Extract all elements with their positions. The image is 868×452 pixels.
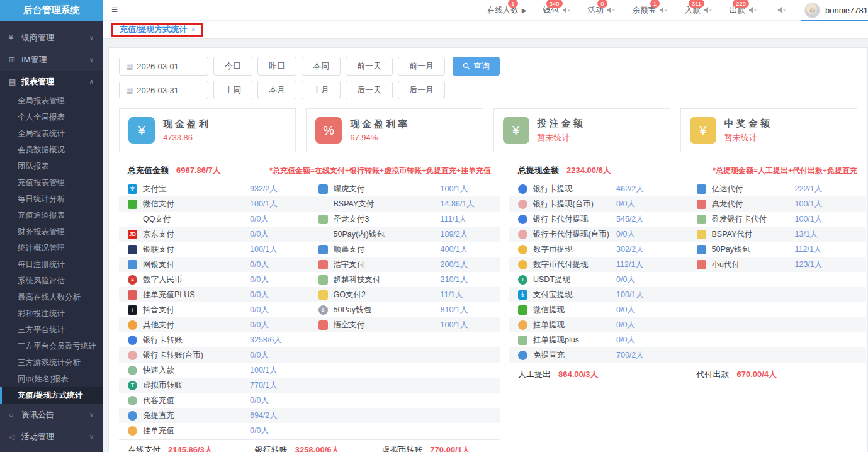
payment-method-value[interactable]: 200/1人 <box>441 259 468 270</box>
sidebar-section[interactable]: ⊞ IM管理 ∨ <box>0 48 103 71</box>
payment-method-value[interactable]: 0/0人 <box>250 350 269 361</box>
search-button[interactable]: 查询 <box>453 57 500 76</box>
payment-method-value[interactable]: 694/2人 <box>250 410 278 421</box>
payment-method-value[interactable]: 400/1人 <box>441 244 468 255</box>
payment-method-value[interactable]: 100/1人 <box>441 184 468 195</box>
date-from-input[interactable]: ▦ 2026-03-01 <box>119 57 208 76</box>
quick-range-button[interactable]: 后一天 <box>346 81 393 99</box>
payment-method-value[interactable]: 0/0人 <box>250 426 269 436</box>
play-icon[interactable]: ▶ <box>522 7 527 14</box>
payment-method-value[interactable]: 100/1人 <box>250 199 278 210</box>
sidebar-subitem[interactable]: 充值通道报表 <box>0 207 103 223</box>
quick-range-button[interactable]: 上月 <box>302 81 341 99</box>
payment-method-value[interactable]: 0/0人 <box>250 229 269 240</box>
payment-method-value[interactable]: 462/2人 <box>616 184 644 195</box>
payment-method-value[interactable]: 0/0人 <box>616 335 635 346</box>
payment-method-value[interactable]: 0/0人 <box>250 259 269 270</box>
payment-method-value[interactable]: 11/1人 <box>441 290 463 300</box>
quick-range-button[interactable]: 昨日 <box>257 57 296 76</box>
payment-method-value[interactable]: 111/1人 <box>441 214 467 225</box>
sidebar-subitem[interactable]: 团队报表 <box>0 158 103 174</box>
mute-speaker-icon[interactable]: × <box>704 6 713 14</box>
payment-method-value[interactable]: 100/1人 <box>795 214 823 225</box>
mute-speaker-icon[interactable]: × <box>607 6 616 14</box>
payment-method-value[interactable]: 0/0人 <box>250 274 269 285</box>
header-badge[interactable]: 0 活动 × <box>588 5 616 16</box>
header-badge[interactable]: 340 钱包 × <box>543 5 572 16</box>
sidebar-subitem[interactable]: 同ip(姓名)报表 <box>0 371 103 387</box>
quick-range-button[interactable]: 今日 <box>213 57 252 76</box>
header-badge[interactable]: 229 出款 × <box>730 5 758 16</box>
payment-method-value[interactable]: 0/0人 <box>250 305 269 315</box>
payment-method-value[interactable]: 0/0人 <box>616 305 635 315</box>
header-badge[interactable]: × <box>774 6 787 14</box>
sidebar-subitem[interactable]: 财务报表管理 <box>0 223 103 240</box>
sidebar-subitem[interactable]: 全局报表管理 <box>0 93 103 109</box>
mute-speaker-icon[interactable]: × <box>748 6 758 14</box>
sidebar-section[interactable]: ¥ 银商管理 ∨ <box>0 26 103 48</box>
payment-method-value[interactable]: 123/1人 <box>795 259 823 270</box>
sidebar-subitem[interactable]: 每日注册统计 <box>0 256 103 273</box>
payment-method-value[interactable]: 3258/6人 <box>250 335 282 346</box>
sidebar-section[interactable]: ○ 资讯公告 ∨ <box>0 404 103 426</box>
payment-method-value[interactable]: 0/0人 <box>616 199 635 210</box>
payment-method-value[interactable]: 189/2人 <box>441 229 468 240</box>
quick-range-button[interactable]: 前一天 <box>346 57 393 76</box>
mute-speaker-icon[interactable]: × <box>659 6 668 14</box>
sidebar-section[interactable]: ◁ 活动管理 ∨ <box>0 426 103 448</box>
sidebar-section-reports[interactable]: ▤ 报表管理 ∧ <box>0 71 103 93</box>
sidebar-subitem[interactable]: 充值报表管理 <box>0 174 103 191</box>
payment-method-value[interactable]: 932/2人 <box>250 184 278 195</box>
close-icon[interactable]: × <box>191 25 196 34</box>
payment-method-value[interactable]: 700/2人 <box>616 350 644 361</box>
payment-method-value[interactable]: 302/2人 <box>616 244 644 255</box>
sidebar-subitem[interactable]: 个人全局报表 <box>0 109 103 125</box>
avatar[interactable]: ☺ <box>804 3 820 18</box>
quick-range-button[interactable]: 上周 <box>213 81 252 99</box>
payment-method-value[interactable]: 0/0人 <box>250 214 269 225</box>
sidebar-subitem[interactable]: 三方游戏统计分析 <box>0 354 103 371</box>
payment-method-value[interactable]: 0/0人 <box>616 229 635 240</box>
quick-range-button[interactable]: 后一月 <box>398 81 445 99</box>
header-badge[interactable]: 1 在线人数 ▶ <box>487 5 527 16</box>
mute-speaker-icon[interactable]: × <box>562 6 572 14</box>
payment-method-value[interactable]: 810/1人 <box>441 305 468 315</box>
sidebar-subitem[interactable]: 全局报表统计 <box>0 125 103 142</box>
sidebar-subitem[interactable]: 充值/提现方式统计 <box>0 387 103 404</box>
payment-method-value[interactable]: 210/1人 <box>441 274 468 285</box>
payment-method-value[interactable]: 100/1人 <box>795 199 823 210</box>
sidebar-subitem[interactable]: 会员数据概况 <box>0 142 103 158</box>
sidebar-subitem[interactable]: 统计概况管理 <box>0 240 103 256</box>
payment-method-value[interactable]: 770/1人 <box>250 380 278 391</box>
quick-range-button[interactable]: 前一月 <box>398 57 445 76</box>
tab-recharge-withdraw-stats[interactable]: 充值/提现方式统计 × <box>120 24 196 35</box>
payment-method-value[interactable]: 0/0人 <box>250 395 269 406</box>
payment-method-value[interactable]: 0/0人 <box>616 274 635 285</box>
payment-method-value[interactable]: 0/0人 <box>250 320 269 331</box>
quick-range-button[interactable]: 本周 <box>302 57 341 76</box>
user-menu[interactable]: ☺ bonnie7781 <box>804 3 868 18</box>
payment-method-value[interactable]: 14.86/1人 <box>441 199 475 210</box>
sidebar-subitem[interactable]: 三方平台会员盈亏统计 <box>0 338 103 354</box>
payment-method-value[interactable]: 545/2人 <box>616 214 644 225</box>
header-badge[interactable]: 311 入款 × <box>685 5 713 16</box>
sidebar-subitem[interactable]: 最高在线人数分析 <box>0 289 103 305</box>
quick-range-button[interactable]: 本月 <box>257 81 296 99</box>
payment-method-value[interactable]: 100/1人 <box>616 290 644 300</box>
payment-method-value[interactable]: 100/1人 <box>250 365 278 376</box>
menu-toggle-icon[interactable]: ≡ <box>103 4 127 16</box>
payment-method-value[interactable]: 222/1人 <box>795 184 823 195</box>
mute-speaker-icon[interactable]: × <box>777 6 787 14</box>
payment-method-value[interactable]: 112/1人 <box>616 259 643 270</box>
payment-method-value[interactable]: 0/0人 <box>616 320 635 331</box>
sidebar-subitem[interactable]: 每日统计分析 <box>0 191 103 207</box>
payment-method-value[interactable]: 13/1人 <box>795 229 818 240</box>
sidebar-subitem[interactable]: 系统风险评估 <box>0 273 103 289</box>
sidebar-subitem[interactable]: 彩种投注统计 <box>0 305 103 322</box>
payment-method-value[interactable]: 100/1人 <box>250 244 278 255</box>
payment-method-value[interactable]: 0/0人 <box>250 290 269 300</box>
payment-method-value[interactable]: 112/1人 <box>795 244 822 255</box>
date-to-input[interactable]: ▦ 2026-03-31 <box>119 81 208 99</box>
sidebar-subitem[interactable]: 三方平台统计 <box>0 322 103 338</box>
payment-method-value[interactable]: 100/1人 <box>441 320 468 331</box>
